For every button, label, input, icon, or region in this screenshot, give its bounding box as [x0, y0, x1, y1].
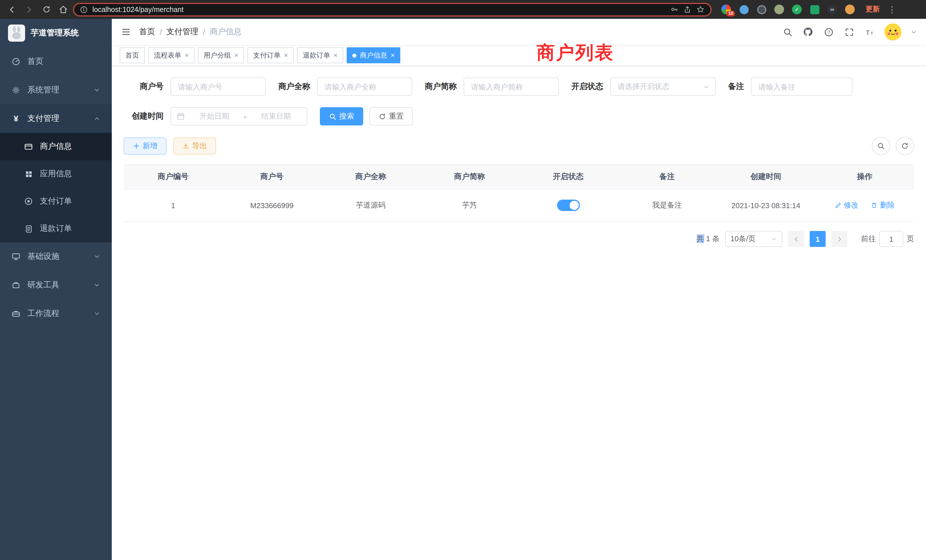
- fullscreen-icon[interactable]: [843, 26, 855, 38]
- next-page-button[interactable]: [831, 231, 847, 247]
- browser-menu-icon[interactable]: ⋮: [888, 4, 896, 15]
- goto-label: 前往: [861, 234, 876, 244]
- sidebar-item-pay-orders[interactable]: 支付订单: [0, 188, 112, 215]
- status-select[interactable]: 请选择开启状态: [610, 77, 716, 96]
- page-number-button[interactable]: 1: [809, 231, 826, 247]
- sidebar-item-label: 退款订单: [40, 224, 72, 234]
- toggle-search-button[interactable]: [872, 137, 890, 155]
- extension-badge: 10: [726, 11, 735, 17]
- pagination-total: 共 1 条: [696, 234, 720, 244]
- header-search-icon[interactable]: [782, 26, 793, 38]
- export-button[interactable]: 导出: [173, 138, 216, 154]
- password-key-icon[interactable]: [670, 5, 679, 14]
- sidebar-item-label: 基础设施: [27, 251, 59, 262]
- merchant-no-input[interactable]: [171, 77, 266, 96]
- tab-process-form[interactable]: 流程表单 ×: [148, 47, 194, 63]
- browser-forward-button[interactable]: [22, 2, 36, 17]
- browser-reload-button[interactable]: [39, 2, 54, 17]
- help-icon[interactable]: ?: [823, 26, 834, 38]
- remark-input[interactable]: [751, 77, 852, 96]
- card-icon: [24, 142, 33, 151]
- user-avatar[interactable]: [884, 23, 902, 41]
- filter-create-time: 创建时间 开始日期 - 结束日期: [124, 107, 307, 126]
- svg-text:T: T: [865, 29, 870, 36]
- sidebar: 芋道管理系统 首页 系统管理: [0, 19, 112, 560]
- col-merchant-no: 商户号: [222, 165, 322, 189]
- extension-green-square-icon[interactable]: [809, 4, 820, 15]
- extension-blue-icon[interactable]: [738, 4, 749, 15]
- col-create-time: 创建时间: [716, 165, 816, 189]
- table-row: 1 M233666999 芋道源码 芋艿 我是备注 2021-10-23 08:…: [124, 189, 914, 221]
- short-name-input[interactable]: [464, 77, 559, 96]
- filter-label: 备注: [728, 82, 744, 92]
- search-button-label: 搜索: [339, 111, 354, 121]
- address-bar[interactable]: localhost:1024/pay/merchant: [73, 3, 712, 16]
- tab-refund-orders[interactable]: 退款订单 ×: [297, 47, 343, 63]
- delete-link[interactable]: 删除: [871, 200, 895, 210]
- add-button[interactable]: 新增: [124, 138, 166, 154]
- sidebar-item-refund-orders[interactable]: 退款订单: [0, 215, 112, 242]
- profile-avatar-icon[interactable]: [844, 4, 855, 15]
- date-separator: -: [244, 112, 247, 121]
- date-range-picker[interactable]: 开始日期 - 结束日期: [171, 107, 307, 126]
- sidebar-item-dev-tools[interactable]: 研发工具: [0, 271, 112, 300]
- page-size-select[interactable]: 10条/页: [725, 231, 782, 247]
- sidebar-item-workflow[interactable]: 工作流程: [0, 300, 112, 328]
- tab-user-group[interactable]: 用户分组 ×: [198, 47, 244, 63]
- refresh-icon: [901, 142, 909, 150]
- cell-merchant-id: 1: [124, 189, 222, 221]
- share-icon[interactable]: [683, 5, 691, 14]
- tab-home[interactable]: 首页: [120, 47, 145, 63]
- reload-icon: [42, 5, 50, 14]
- extension-puzzle-icon[interactable]: ∞: [827, 4, 838, 15]
- navbar-right-tools: ? TT: [782, 23, 917, 41]
- tab-close-icon[interactable]: ×: [185, 51, 189, 59]
- user-menu-caret-icon[interactable]: [911, 29, 917, 35]
- tab-close-icon[interactable]: ×: [235, 51, 238, 59]
- full-name-input[interactable]: [317, 77, 412, 96]
- extension-avatar-icon[interactable]: [774, 4, 785, 15]
- extension-pinwheel-icon[interactable]: 10: [721, 4, 732, 15]
- sidebar-item-infrastructure[interactable]: 基础设施: [0, 242, 112, 271]
- tab-close-icon[interactable]: ×: [334, 51, 337, 59]
- sidebar-toggle-button[interactable]: [121, 27, 131, 37]
- tab-merchant-info[interactable]: 商户信息 ×: [346, 47, 400, 63]
- yen-icon: ¥: [11, 114, 21, 123]
- reset-button[interactable]: 重置: [369, 107, 413, 126]
- browser-back-button[interactable]: [5, 2, 20, 17]
- url-text: localhost:1024/pay/merchant: [92, 5, 666, 14]
- browser-update-button[interactable]: 更新: [865, 5, 880, 14]
- breadcrumb-payment[interactable]: 支付管理: [166, 27, 198, 37]
- sidebar-item-system[interactable]: 系统管理: [0, 76, 112, 104]
- sidebar-item-app-info[interactable]: 应用信息: [0, 160, 112, 188]
- breadcrumb: 首页 / 支付管理 / 商户信息: [139, 27, 242, 37]
- tab-pay-orders[interactable]: 支付订单 ×: [247, 47, 294, 63]
- select-placeholder: 请选择开启状态: [617, 82, 669, 92]
- status-toggle[interactable]: [557, 200, 580, 211]
- browser-home-button[interactable]: [56, 2, 71, 17]
- breadcrumb-separator: /: [203, 27, 205, 36]
- sidebar-item-home[interactable]: 首页: [0, 47, 112, 76]
- breadcrumb-home[interactable]: 首页: [139, 27, 155, 37]
- font-size-icon[interactable]: TT: [864, 26, 875, 38]
- edit-link[interactable]: 修改: [834, 200, 858, 210]
- extension-green-circle-icon[interactable]: ✓: [791, 4, 802, 15]
- col-merchant-id: 商户编号: [124, 165, 222, 189]
- prev-page-button[interactable]: [788, 231, 804, 247]
- site-info-icon[interactable]: [80, 5, 88, 14]
- chevron-down-icon: [771, 236, 777, 242]
- github-icon[interactable]: [802, 26, 814, 38]
- briefcase-icon: [11, 309, 21, 318]
- tab-close-icon[interactable]: ×: [284, 51, 288, 59]
- target-icon: [24, 197, 33, 206]
- chevron-up-icon: [94, 115, 100, 122]
- sidebar-item-payment[interactable]: ¥ 支付管理: [0, 104, 112, 133]
- tab-close-icon[interactable]: ×: [390, 51, 395, 59]
- search-icon: [329, 113, 336, 120]
- extension-dark-ring-icon[interactable]: [756, 4, 767, 15]
- refresh-table-button[interactable]: [896, 137, 914, 155]
- sidebar-item-merchant-info[interactable]: 商户信息: [0, 133, 112, 160]
- goto-page-input[interactable]: [879, 231, 903, 247]
- search-button[interactable]: 搜索: [320, 107, 363, 126]
- bookmark-star-icon[interactable]: [696, 5, 705, 14]
